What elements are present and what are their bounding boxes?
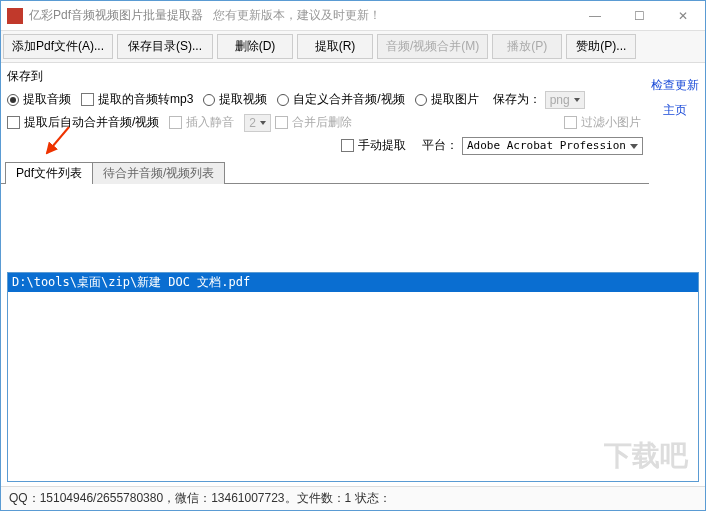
- silence-select: 2: [244, 114, 271, 132]
- tabs: Pdf文件列表 待合并音频/视频列表: [1, 161, 649, 184]
- file-list[interactable]: D:\tools\桌面\zip\新建 DOC 文档.pdf 下载吧: [7, 272, 699, 483]
- saveas-select[interactable]: png: [545, 91, 585, 109]
- app-icon: [7, 8, 23, 24]
- window-subtitle: 您有更新版本，建议及时更新！: [213, 7, 381, 24]
- watermark: 下载吧: [604, 437, 688, 475]
- check-insert-silence: 插入静音: [169, 114, 234, 131]
- play-button: 播放(P): [492, 34, 562, 59]
- check-audio-mp3[interactable]: 提取的音频转mp3: [81, 91, 193, 108]
- sponsor-button[interactable]: 赞助(P)...: [566, 34, 636, 59]
- tab-merge-list[interactable]: 待合并音频/视频列表: [92, 162, 225, 184]
- toolbar: 添加Pdf文件(A)... 保存目录(S)... 删除(D) 提取(R) 音频/…: [1, 31, 705, 63]
- delete-button[interactable]: 删除(D): [217, 34, 293, 59]
- maximize-button[interactable]: ☐: [617, 1, 661, 30]
- check-delete-after: 合并后删除: [275, 114, 352, 131]
- add-pdf-button[interactable]: 添加Pdf文件(A)...: [3, 34, 113, 59]
- save-dir-button[interactable]: 保存目录(S)...: [117, 34, 213, 59]
- radio-extract-image[interactable]: 提取图片: [415, 91, 479, 108]
- platform-select[interactable]: Adobe Acrobat Profession: [462, 137, 643, 155]
- titlebar: 亿彩Pdf音频视频图片批量提取器 您有更新版本，建议及时更新！ — ☐ ✕: [1, 1, 705, 31]
- home-link[interactable]: 主页: [663, 102, 687, 119]
- platform-label: 平台：: [422, 137, 458, 154]
- list-item[interactable]: D:\tools\桌面\zip\新建 DOC 文档.pdf: [8, 273, 698, 292]
- extract-button[interactable]: 提取(R): [297, 34, 373, 59]
- statusbar: QQ：15104946/2655780380，微信：13461007723。文件…: [1, 486, 705, 510]
- saveas-label: 保存为：: [493, 91, 541, 108]
- check-manual-extract[interactable]: 手动提取: [341, 137, 406, 154]
- save-to-label: 保存到: [7, 68, 43, 85]
- tab-pdf-list[interactable]: Pdf文件列表: [5, 162, 93, 184]
- radio-custom-merge[interactable]: 自定义合并音频/视频: [277, 91, 404, 108]
- radio-extract-audio[interactable]: 提取音频: [7, 91, 71, 108]
- check-auto-merge[interactable]: 提取后自动合并音频/视频: [7, 114, 159, 131]
- options-panel: 保存到 提取音频 提取的音频转mp3 提取视频 自定义合并音频/视频 提取图片 …: [1, 63, 649, 159]
- merge-button: 音频/视频合并(M): [377, 34, 488, 59]
- minimize-button[interactable]: —: [573, 1, 617, 30]
- window-title: 亿彩Pdf音频视频图片批量提取器: [29, 7, 203, 24]
- radio-extract-video[interactable]: 提取视频: [203, 91, 267, 108]
- check-filter-small: 过滤小图片: [564, 114, 641, 131]
- check-update-link[interactable]: 检查更新: [651, 77, 699, 94]
- close-button[interactable]: ✕: [661, 1, 705, 30]
- status-text: QQ：15104946/2655780380，微信：13461007723。文件…: [9, 490, 391, 507]
